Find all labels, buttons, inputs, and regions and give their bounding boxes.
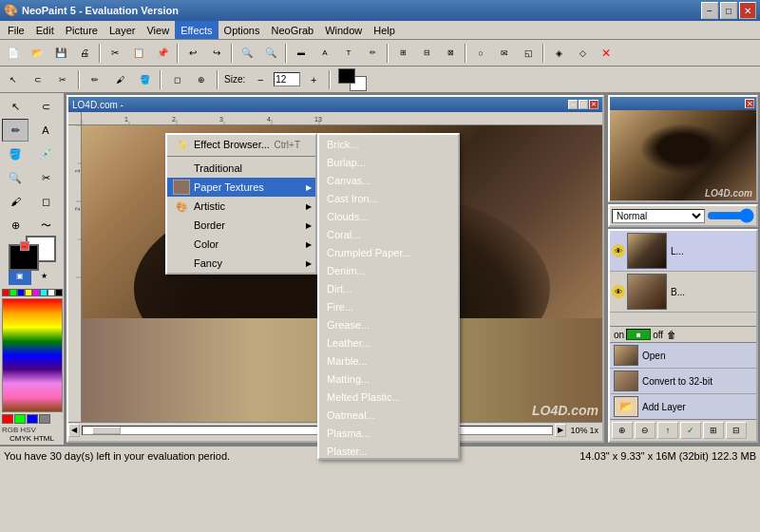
menu-file[interactable]: File	[2, 21, 30, 39]
tb-save[interactable]: 💾	[49, 43, 72, 64]
tool-smudge[interactable]: 〜	[32, 214, 59, 237]
texture-plaster[interactable]: Plaster...	[319, 442, 458, 458]
tb2-pencil[interactable]: ✏	[84, 69, 106, 90]
tb2-brush[interactable]: 🖌	[108, 69, 131, 90]
menu-view[interactable]: View	[141, 21, 175, 39]
toggle-on[interactable]: ■	[626, 329, 651, 340]
menu-options[interactable]: Options	[218, 21, 266, 39]
tb-b1[interactable]: ▬	[290, 43, 313, 64]
pal-magenta[interactable]	[32, 289, 40, 296]
tb-e2[interactable]: ◇	[571, 43, 594, 64]
tb-d1[interactable]: ○	[469, 43, 492, 64]
texture-denim[interactable]: Denim...	[319, 261, 458, 279]
layer-2-eye[interactable]: 👁	[612, 285, 625, 298]
tb2-eraser[interactable]: ◻	[165, 69, 188, 90]
tb2-lasso[interactable]: ⊂	[27, 69, 49, 90]
texture-cast-iron[interactable]: Cast Iron...	[319, 189, 458, 207]
tb-print[interactable]: 🖨	[73, 43, 96, 64]
menu-picture[interactable]: Picture	[60, 21, 104, 39]
texture-melted-plastic[interactable]: Melted Plastic...	[319, 388, 458, 406]
blend-mode-select[interactable]: Normal Multiply Screen	[612, 209, 705, 223]
texture-leather[interactable]: Leather...	[319, 333, 458, 352]
close-button[interactable]: ✕	[739, 2, 756, 19]
tool-lasso[interactable]: ⊂	[32, 95, 59, 118]
tool-text[interactable]: A	[32, 119, 59, 142]
tool-crop[interactable]: ✂	[32, 166, 59, 189]
tb-redo[interactable]: ↪	[205, 43, 228, 64]
texture-matting[interactable]: Matting...	[319, 370, 458, 388]
mini-gray[interactable]	[39, 414, 50, 424]
layer-ctrl-5[interactable]: ⊞	[703, 422, 724, 439]
texture-clouds[interactable]: Clouds...	[319, 207, 458, 225]
menu-edit[interactable]: Edit	[30, 21, 60, 39]
texture-canvas[interactable]: Canvas...	[319, 171, 458, 189]
mini-red[interactable]	[2, 414, 13, 424]
effects-border-item[interactable]: Border ▶	[167, 216, 315, 235]
tb-zoom-in[interactable]: 🔍	[236, 43, 258, 64]
texture-crumpled-paper[interactable]: Crumpled Paper...	[319, 243, 458, 261]
layer-1-eye[interactable]: 👁	[612, 244, 625, 257]
pal-cyan[interactable]	[40, 289, 48, 296]
tb2-crop[interactable]: ✂	[51, 69, 74, 90]
texture-oatmeal[interactable]: Oatmeal...	[319, 406, 458, 424]
texture-grease[interactable]: Grease...	[319, 315, 458, 333]
scroll-right-btn[interactable]: ▶	[555, 424, 566, 437]
swap-colors[interactable]: ↔	[20, 241, 29, 251]
texture-coral[interactable]: Coral...	[319, 225, 458, 243]
effects-color-item[interactable]: Color ▶	[167, 235, 315, 254]
pal-white[interactable]	[48, 289, 55, 296]
tool-zoom[interactable]: 🔍	[2, 166, 28, 189]
scroll-left-btn[interactable]: ◀	[68, 424, 80, 437]
effects-fancy-item[interactable]: Fancy ▶	[167, 254, 315, 273]
size-input[interactable]	[274, 72, 300, 86]
layer-item-2[interactable]: 👁 B...	[610, 272, 756, 313]
mini-green[interactable]	[14, 414, 26, 424]
tb2-fill[interactable]: 🪣	[133, 69, 156, 90]
tb-c3[interactable]: ⊠	[439, 43, 462, 64]
tb-d2[interactable]: ✉	[493, 43, 516, 64]
layer-ctrl-4[interactable]: ✓	[680, 422, 701, 439]
size-minus[interactable]: −	[249, 69, 272, 90]
tb2-select[interactable]: ↖	[2, 69, 25, 90]
canvas-max-btn[interactable]: □	[579, 100, 588, 109]
texture-marble[interactable]: Marble...	[319, 352, 458, 370]
pal-blue[interactable]	[17, 289, 25, 296]
texture-brick[interactable]: Brick...	[319, 135, 458, 153]
opacity-slider[interactable]	[707, 208, 754, 223]
tool-fill[interactable]: 🪣	[2, 142, 28, 165]
tb-e1[interactable]: ◈	[547, 43, 570, 64]
layer-item-1[interactable]: 👁 L...	[610, 231, 756, 272]
texture-plasma[interactable]: Plasma...	[319, 424, 458, 442]
menu-effects[interactable]: Effects	[175, 21, 218, 39]
menu-help[interactable]: Help	[368, 21, 401, 39]
menu-neograb[interactable]: NeoGrab	[266, 21, 320, 39]
tool-arrow[interactable]: ↖	[2, 95, 28, 118]
tool-eyedrop[interactable]: 💉	[32, 142, 59, 165]
tb-copy[interactable]: 📋	[127, 43, 150, 64]
layer-ctrl-3[interactable]: ↑	[657, 422, 678, 439]
tb-c1[interactable]: ⊞	[391, 43, 414, 64]
paper-textures-scroll[interactable]: Brick... Burlap... Canvas... Cast Iron..…	[319, 135, 458, 458]
layer-action-convert[interactable]: Convert to 32-bit	[610, 369, 756, 394]
h-scrollbar-thumb[interactable]	[92, 427, 121, 434]
fg-color-swatch[interactable]	[338, 68, 355, 84]
layer-ctrl-2[interactable]: ⊖	[635, 422, 656, 439]
palette-gradient[interactable]	[2, 298, 63, 412]
mini-preview-close[interactable]: ✕	[745, 99, 754, 108]
tool-pencil[interactable]: ✏	[2, 119, 28, 142]
tb-cancel[interactable]: ✕	[595, 43, 618, 64]
tb-c2[interactable]: ⊟	[415, 43, 438, 64]
tb-new[interactable]: 📄	[2, 43, 25, 64]
maximize-button[interactable]: □	[720, 2, 737, 19]
layer-ctrl-6[interactable]: ⊟	[726, 422, 747, 439]
menu-window[interactable]: Window	[319, 21, 368, 39]
texture-burlap[interactable]: Burlap...	[319, 153, 458, 171]
pal-green[interactable]	[10, 289, 17, 296]
effects-browser-item[interactable]: ✨ Effect Browser... Ctrl+T	[167, 135, 315, 154]
texture-fire[interactable]: Fire...	[319, 297, 458, 315]
tb-open[interactable]: 📂	[26, 43, 48, 64]
tb-cut[interactable]: ✂	[104, 43, 126, 64]
tb-b2[interactable]: A	[314, 43, 336, 64]
canvas-min-btn[interactable]: −	[568, 100, 578, 109]
tool-brush[interactable]: 🖌	[2, 190, 28, 213]
